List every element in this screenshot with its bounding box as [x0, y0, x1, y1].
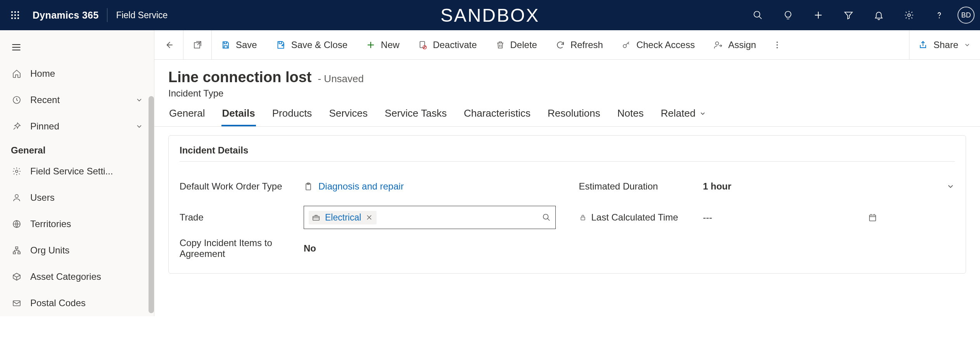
tab-general[interactable]: General: [168, 107, 206, 126]
sidebar-item-asset-categories[interactable]: Asset Categories: [0, 264, 154, 290]
app-launcher-button[interactable]: [0, 10, 30, 20]
svg-rect-26: [13, 301, 20, 306]
sidebar-item-field-service-settings[interactable]: Field Service Setti...: [0, 158, 154, 184]
open-in-new-button[interactable]: [183, 30, 211, 59]
notifications-button[interactable]: [864, 0, 894, 30]
plus-icon: [813, 10, 823, 20]
deactivate-button[interactable]: Deactivate: [409, 30, 486, 59]
trade-tag-remove[interactable]: [366, 214, 373, 221]
tab-resolutions[interactable]: Resolutions: [547, 107, 601, 126]
chevron-down-icon: [135, 96, 143, 104]
scrollbar-thumb[interactable]: [149, 96, 154, 313]
search-button[interactable]: [743, 0, 773, 30]
tab-related[interactable]: Related: [660, 107, 707, 126]
filter-button[interactable]: [833, 0, 864, 30]
calendar-icon: [868, 213, 877, 222]
command-spacer: [789, 30, 909, 59]
sidebar-item-users[interactable]: Users: [0, 184, 154, 211]
sidebar-item-postal-codes[interactable]: Postal Codes: [0, 290, 154, 316]
main: Save Save & Close New Deactivate: [154, 30, 980, 316]
field-copy-incident-items: Copy Incident Items to Agreement No: [180, 233, 556, 264]
settings-button[interactable]: [894, 0, 924, 30]
check-access-button[interactable]: Check Access: [612, 30, 704, 59]
svg-rect-29: [224, 42, 226, 44]
sidebar-item-org-units[interactable]: Org Units: [0, 237, 154, 264]
form-tabs: General Details Products Services Servic…: [154, 99, 980, 127]
save-button[interactable]: Save: [212, 30, 266, 59]
sidebar-item-pinned[interactable]: Pinned: [0, 113, 154, 140]
sidebar-item-territories[interactable]: Territories: [0, 211, 154, 237]
back-button[interactable]: [154, 30, 183, 59]
brand-link[interactable]: Dynamics 365: [30, 10, 107, 21]
refresh-button-label: Refresh: [570, 40, 603, 50]
estimated-duration-value[interactable]: 1 hour: [703, 181, 731, 192]
command-bar: Save Save & Close New Deactivate: [154, 30, 980, 60]
help-button[interactable]: [924, 0, 954, 30]
add-button[interactable]: [803, 0, 833, 30]
sidebar-item-label: Asset Categories: [30, 271, 101, 282]
trade-selected-tag: Electrical: [309, 211, 377, 224]
tab-details[interactable]: Details: [221, 107, 256, 126]
sidebar-item-label: Postal Codes: [30, 298, 86, 308]
last-calculated-time-datepicker[interactable]: [868, 213, 877, 222]
assign-button[interactable]: Assign: [704, 30, 766, 59]
tab-characteristics[interactable]: Characteristics: [463, 107, 531, 126]
key-icon: [622, 40, 631, 50]
sidebar-item-label: Org Units: [30, 245, 69, 256]
svg-point-3: [11, 14, 13, 16]
tab-notes[interactable]: Notes: [617, 107, 645, 126]
field-label-locked: Last Calculated Time: [579, 212, 703, 223]
svg-point-14: [939, 17, 940, 19]
lightbulb-icon: [783, 10, 793, 20]
delete-button[interactable]: Delete: [486, 30, 546, 59]
svg-line-19: [14, 128, 16, 129]
waffle-icon: [10, 10, 20, 20]
user-avatar[interactable]: BD: [958, 7, 975, 24]
sidebar-toggle[interactable]: [0, 34, 154, 60]
app-area-link[interactable]: Field Service: [107, 10, 176, 21]
insights-button[interactable]: [773, 0, 803, 30]
svg-rect-24: [13, 252, 16, 254]
field-default-work-order-type: Default Work Order Type Diagnosis and re…: [180, 171, 556, 202]
copy-incident-items-value[interactable]: No: [304, 243, 556, 254]
toolbox-icon: [312, 213, 320, 222]
estimated-duration-dropdown[interactable]: [946, 182, 955, 191]
sidebar-item-home[interactable]: Home: [0, 60, 154, 87]
save-button-label: Save: [236, 40, 257, 50]
assign-icon: [714, 40, 723, 50]
svg-point-40: [716, 42, 719, 45]
new-button[interactable]: New: [357, 30, 409, 59]
share-button-label: Share: [933, 40, 958, 50]
search-icon: [542, 213, 551, 222]
save-close-button[interactable]: Save & Close: [266, 30, 357, 59]
command-overflow-button[interactable]: [766, 30, 789, 59]
sidebar-item-label: Home: [30, 68, 55, 79]
unsaved-indicator: - Unsaved: [318, 73, 364, 85]
global-nav: Dynamics 365 Field Service SANDBOX BD: [0, 0, 980, 30]
check-access-button-label: Check Access: [636, 40, 695, 50]
mail-icon: [11, 298, 22, 308]
chevron-down-icon: [946, 182, 955, 191]
chevron-down-icon: [699, 110, 706, 117]
default-work-order-type-value[interactable]: Diagnosis and repair: [304, 181, 556, 192]
share-button[interactable]: Share: [909, 30, 980, 59]
tab-service-tasks[interactable]: Service Tasks: [384, 107, 448, 126]
gear-icon: [904, 10, 914, 20]
sidebar-item-recent[interactable]: Recent: [0, 87, 154, 113]
open-new-window-icon: [193, 40, 202, 50]
svg-point-1: [14, 11, 16, 13]
trade-lookup-search[interactable]: [542, 213, 551, 222]
tab-services[interactable]: Services: [328, 107, 368, 126]
form-body: Incident Details Default Work Order Type…: [154, 127, 980, 274]
svg-point-0: [11, 11, 13, 13]
refresh-button[interactable]: Refresh: [546, 30, 612, 59]
trade-lookup-input[interactable]: Electrical: [304, 206, 556, 229]
lookup-link-text: Diagnosis and repair: [318, 181, 404, 192]
svg-point-42: [776, 44, 778, 46]
field-label: Default Work Order Type: [180, 178, 304, 195]
left-column: Default Work Order Type Diagnosis and re…: [180, 171, 556, 264]
delete-button-label: Delete: [510, 40, 537, 50]
tab-products[interactable]: Products: [271, 107, 313, 126]
nav-right: BD: [743, 0, 980, 30]
svg-point-4: [14, 14, 16, 16]
